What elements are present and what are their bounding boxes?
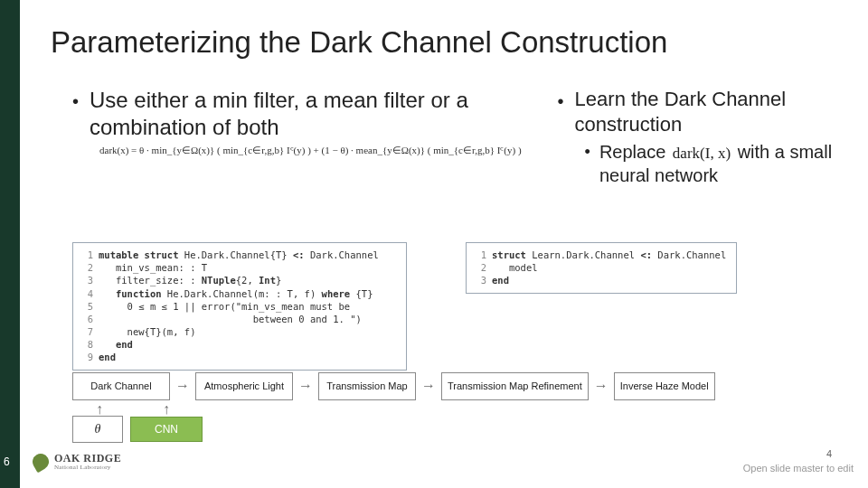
side-page-number: 6 [4, 455, 10, 468]
leaf-icon [30, 450, 52, 473]
math-expr: dark(I, x) [671, 144, 732, 164]
arrow-right-icon: → [421, 378, 436, 394]
right-sub-bullet: • Replace dark(I, x) with a small neural… [585, 140, 841, 187]
code-box-right: 1struct Learn.Dark.Channel <: Dark.Chann… [466, 242, 737, 294]
arrow-right-icon: → [298, 378, 313, 394]
cnn-box: CNN [130, 417, 203, 442]
pipeline-box: Atmospheric Light [195, 372, 293, 400]
sub-prefix: Replace [599, 142, 665, 162]
params-row: θ CNN [72, 416, 203, 443]
arrow-right-icon: → [594, 378, 609, 394]
bullet-dot-icon: • [558, 90, 564, 113]
edit-master-note: Open slide master to edit [743, 463, 854, 474]
pipeline-box: Dark Channel [72, 372, 170, 400]
code-box-left: 1mutable struct He.Dark.Channel{T} <: Da… [72, 242, 407, 371]
pipeline-box: Transmission Map Refinement [441, 372, 589, 400]
bullet-dot-icon: • [72, 90, 79, 113]
pipeline-box: Inverse Haze Model [614, 372, 715, 400]
right-bullet-text: Learn the Dark Channel construction [575, 87, 841, 136]
theta-box: θ [72, 416, 123, 443]
left-accent-bar [0, 0, 20, 488]
left-column: • Use either a min filter, a mean filter… [72, 87, 522, 187]
right-bullet: • Learn the Dark Channel construction [558, 87, 841, 136]
bullet-dot-icon: • [585, 142, 590, 163]
slide-number: 4 [826, 448, 832, 459]
slide: 6 Parameterizing the Dark Channel Constr… [0, 0, 868, 488]
left-bullet: • Use either a min filter, a mean filter… [72, 87, 522, 141]
right-sub-text: Replace dark(I, x) with a small neural n… [599, 140, 841, 187]
slide-title: Parameterizing the Dark Channel Construc… [51, 25, 667, 60]
formula-text: dark(x) = θ · min_{y∈Ω(x)} ( min_{c∈r,g,… [99, 145, 522, 156]
content-columns: • Use either a min filter, a mean filter… [72, 87, 841, 187]
pipeline-row: Dark Channel → Atmospheric Light → Trans… [72, 372, 850, 400]
left-bullet-text: Use either a min filter, a mean filter o… [90, 87, 522, 141]
logo: OAK RIDGE National Laboratory [33, 452, 121, 471]
right-column: • Learn the Dark Channel construction • … [558, 87, 841, 187]
pipeline-box: Transmission Map [318, 372, 416, 400]
arrow-right-icon: → [175, 378, 190, 394]
